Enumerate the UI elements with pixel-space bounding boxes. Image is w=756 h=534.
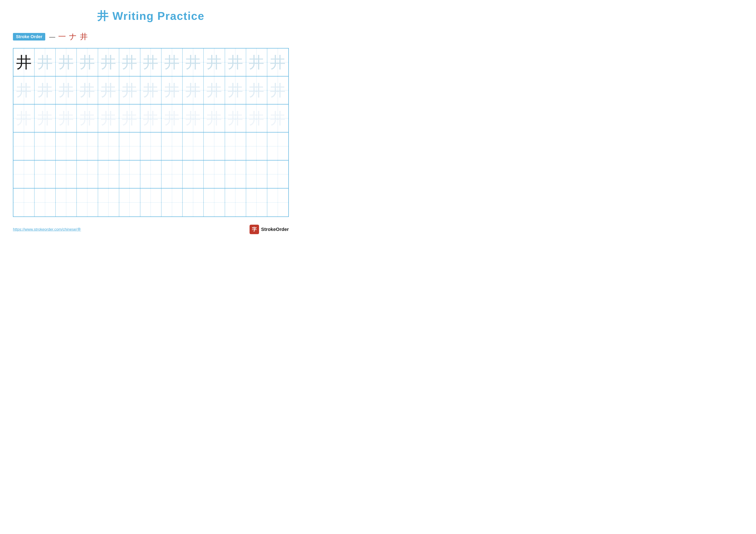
grid-cell[interactable] (161, 189, 182, 216)
grid-cell[interactable]: 井 (225, 105, 246, 132)
grid-cell[interactable]: 井 (98, 48, 119, 76)
grid-cell[interactable]: 井 (267, 105, 288, 132)
grid-cell[interactable] (204, 189, 225, 216)
grid-cell[interactable]: 井 (119, 105, 140, 132)
grid-cell[interactable] (182, 133, 204, 160)
grid-cell[interactable]: 井 (161, 105, 182, 132)
footer-url[interactable]: https://www.strokeorder.com/chinese/井 (13, 227, 81, 232)
grid-cell[interactable]: 井 (267, 48, 288, 76)
grid-cell[interactable]: 井 (246, 105, 267, 132)
grid-cell[interactable] (267, 189, 288, 216)
grid-cell[interactable]: 井 (119, 48, 140, 76)
grid-cell[interactable] (98, 189, 119, 216)
char-trace: 井 (122, 55, 137, 70)
grid-cell[interactable] (267, 161, 288, 188)
grid-cell[interactable] (140, 133, 161, 160)
grid-cell[interactable] (246, 133, 267, 160)
grid-cell[interactable] (98, 161, 119, 188)
grid-cell[interactable] (204, 161, 225, 188)
char-trace: 井 (143, 111, 158, 126)
grid-cell[interactable]: 井 (56, 105, 77, 132)
grid-cell[interactable] (267, 133, 288, 160)
grid-cell[interactable] (182, 189, 204, 216)
grid-cell[interactable]: 井 (56, 48, 77, 76)
grid-cell[interactable] (225, 189, 246, 216)
stroke-order-badge: Stroke Order (13, 33, 45, 40)
grid-cell[interactable]: 井 (14, 76, 35, 104)
grid-cell[interactable]: 井 (225, 48, 246, 76)
grid-cell[interactable]: 井 (119, 76, 140, 104)
grid-cell[interactable]: 井 (161, 48, 182, 76)
grid-cell[interactable] (77, 133, 98, 160)
grid-cell[interactable] (14, 133, 35, 160)
grid-cell[interactable]: 井 (225, 76, 246, 104)
char-trace: 井 (185, 55, 201, 70)
grid-cell[interactable] (246, 161, 267, 188)
grid-cell[interactable] (56, 189, 77, 216)
char-trace: 井 (164, 83, 180, 98)
char-trace: 井 (143, 55, 158, 70)
grid-cell[interactable] (246, 189, 267, 216)
grid-cell[interactable]: 井 (77, 48, 98, 76)
grid-cell[interactable]: 井 (98, 105, 119, 132)
grid-cell[interactable]: 井 (98, 76, 119, 104)
grid-cell[interactable]: 井 (35, 105, 56, 132)
char-trace: 井 (270, 111, 285, 126)
page-title: 井 Writing Practice (13, 9, 289, 24)
grid-cell[interactable] (56, 161, 77, 188)
grid-row-1: 井 井 井 井 井 井 井 井 井 井 井 井 井 (14, 48, 288, 76)
char-trace: 井 (58, 83, 74, 98)
grid-cell[interactable]: 井 (267, 76, 288, 104)
grid-cell[interactable] (204, 133, 225, 160)
brand-logo: 字 (250, 225, 259, 234)
grid-cell[interactable]: 井 (14, 105, 35, 132)
stroke-order-section: Stroke Order — 一 ナ 井 (13, 32, 289, 42)
grid-cell[interactable] (119, 161, 140, 188)
grid-cell[interactable]: 井 (204, 76, 225, 104)
char-trace: 井 (249, 55, 264, 70)
char-trace: 井 (206, 55, 222, 70)
grid-cell[interactable] (140, 189, 161, 216)
char-trace: 井 (80, 83, 95, 98)
grid-cell[interactable]: 井 (56, 76, 77, 104)
grid-cell[interactable] (77, 189, 98, 216)
grid-cell[interactable] (161, 161, 182, 188)
grid-cell[interactable]: 井 (246, 76, 267, 104)
grid-cell[interactable] (14, 189, 35, 216)
grid-cell[interactable] (56, 133, 77, 160)
grid-cell[interactable]: 井 (140, 105, 161, 132)
grid-cell[interactable] (14, 161, 35, 188)
grid-cell[interactable] (35, 161, 56, 188)
grid-cell[interactable]: 井 (77, 76, 98, 104)
grid-cell[interactable] (35, 133, 56, 160)
grid-cell[interactable]: 井 (204, 105, 225, 132)
grid-cell[interactable] (182, 161, 204, 188)
char-trace: 井 (143, 83, 158, 98)
grid-cell[interactable] (119, 189, 140, 216)
grid-cell[interactable]: 井 (182, 48, 204, 76)
grid-cell[interactable]: 井 (140, 76, 161, 104)
char-dark: 井 (16, 55, 32, 70)
grid-cell[interactable] (35, 189, 56, 216)
grid-cell[interactable]: 井 (77, 105, 98, 132)
grid-cell[interactable] (119, 133, 140, 160)
grid-cell[interactable]: 井 (14, 48, 35, 76)
grid-cell[interactable]: 井 (35, 48, 56, 76)
grid-cell[interactable] (77, 161, 98, 188)
grid-cell[interactable]: 井 (161, 76, 182, 104)
grid-cell[interactable] (225, 133, 246, 160)
stroke-sequence: — 一 ナ 井 (49, 32, 88, 42)
grid-cell[interactable] (225, 161, 246, 188)
grid-cell[interactable]: 井 (140, 48, 161, 76)
char-trace: 井 (122, 111, 137, 126)
grid-cell[interactable] (161, 133, 182, 160)
grid-row-2: 井 井 井 井 井 井 井 井 井 井 井 井 井 (14, 76, 288, 105)
grid-cell[interactable]: 井 (204, 48, 225, 76)
grid-cell[interactable] (140, 161, 161, 188)
grid-cell[interactable]: 井 (35, 76, 56, 104)
grid-cell[interactable]: 井 (182, 76, 204, 104)
char-trace: 井 (101, 55, 116, 70)
grid-cell[interactable]: 井 (182, 105, 204, 132)
grid-cell[interactable]: 井 (246, 48, 267, 76)
grid-cell[interactable] (98, 133, 119, 160)
